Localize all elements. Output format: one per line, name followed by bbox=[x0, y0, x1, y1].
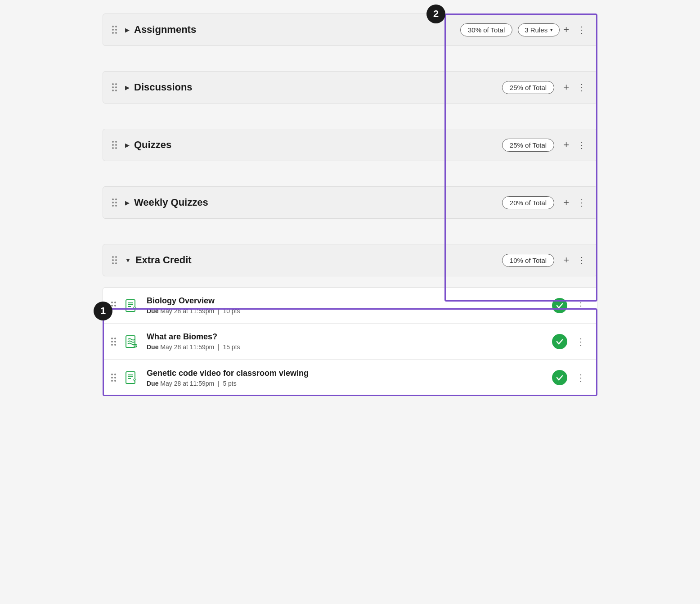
spacer-4 bbox=[103, 230, 597, 244]
category-row-quizzes: ▶ Quizzes 25% of Total + ⋮ bbox=[103, 129, 597, 161]
more-options-extra-credit[interactable]: ⋮ bbox=[574, 252, 590, 268]
rules-chevron: ▾ bbox=[550, 27, 553, 33]
assign-title-biology[interactable]: Biology Overview bbox=[147, 296, 552, 306]
more-options-biology[interactable]: ⋮ bbox=[573, 297, 589, 314]
assign-meta-genetic: Due May 28 at 11:59pm | 5 pts bbox=[147, 380, 552, 387]
add-extra-credit-button[interactable]: + bbox=[560, 252, 573, 269]
assign-title-genetic[interactable]: Genetic code video for classroom viewing bbox=[147, 369, 552, 378]
more-options-assignments[interactable]: ⋮ bbox=[574, 22, 590, 38]
assign-info-biology: Biology Overview Due May 28 at 11:59pm |… bbox=[147, 296, 552, 315]
category-name-discussions: Discussions bbox=[134, 81, 502, 93]
more-options-genetic[interactable]: ⋮ bbox=[573, 370, 589, 386]
add-assignment-button[interactable]: + bbox=[560, 21, 573, 38]
badge-1: 1 bbox=[94, 302, 112, 320]
assignment-icon-genetic bbox=[123, 370, 139, 386]
add-discussion-button[interactable]: + bbox=[560, 79, 573, 96]
check-genetic bbox=[552, 370, 567, 385]
percentage-extra-credit: 10% of Total bbox=[502, 254, 554, 267]
assign-info-genetic: Genetic code video for classroom viewing… bbox=[147, 369, 552, 387]
drag-handle-extra-credit[interactable] bbox=[110, 254, 119, 266]
expand-weekly-quizzes[interactable]: ▶ bbox=[125, 199, 130, 206]
assignment-item-biology-overview: Biology Overview Due May 28 at 11:59pm |… bbox=[103, 288, 597, 324]
assignment-item-biomes: What are Biomes? Due May 28 at 11:59pm |… bbox=[103, 324, 597, 360]
expand-assignments[interactable]: ▶ bbox=[125, 27, 130, 33]
spacer-2 bbox=[103, 114, 597, 129]
check-biomes bbox=[552, 334, 567, 349]
expand-discussions[interactable]: ▶ bbox=[125, 84, 130, 91]
badge-2: 2 bbox=[426, 5, 445, 23]
main-container: 2 1 ▶ Assignments 30% of Total 3 Rules ▾… bbox=[103, 14, 597, 396]
expand-quizzes[interactable]: ▶ bbox=[125, 142, 130, 149]
assign-meta-biomes: Due May 28 at 11:59pm | 15 pts bbox=[147, 343, 552, 351]
category-name-weekly-quizzes: Weekly Quizzes bbox=[134, 197, 502, 208]
drag-handle-weekly-quizzes[interactable] bbox=[110, 197, 119, 208]
percentage-discussions: 25% of Total bbox=[502, 81, 554, 94]
add-weekly-quiz-button[interactable]: + bbox=[560, 194, 573, 211]
assignment-item-genetic-code: Genetic code video for classroom viewing… bbox=[103, 360, 597, 396]
more-options-biomes[interactable]: ⋮ bbox=[573, 334, 589, 350]
assignment-items-section: Biology Overview Due May 28 at 11:59pm |… bbox=[103, 287, 597, 396]
spacer-3 bbox=[103, 172, 597, 186]
category-name-assignments: Assignments bbox=[134, 24, 460, 36]
percentage-assignments: 30% of Total bbox=[460, 23, 512, 36]
more-options-weekly-quizzes[interactable]: ⋮ bbox=[574, 194, 590, 211]
category-name-extra-credit: Extra Credit bbox=[135, 254, 502, 266]
svg-rect-0 bbox=[126, 300, 135, 311]
drag-handle-genetic-code[interactable] bbox=[111, 374, 116, 382]
drag-handle-quizzes[interactable] bbox=[110, 139, 119, 151]
drag-handle-discussions[interactable] bbox=[110, 81, 119, 93]
assign-info-biomes: What are Biomes? Due May 28 at 11:59pm |… bbox=[147, 332, 552, 351]
drag-handle-assignments[interactable] bbox=[110, 24, 119, 36]
svg-rect-4 bbox=[126, 336, 135, 347]
assign-meta-biology: Due May 28 at 11:59pm | 10 pts bbox=[147, 307, 552, 315]
check-biology bbox=[552, 298, 567, 313]
add-quiz-button[interactable]: + bbox=[560, 136, 573, 153]
assignment-icon-biology bbox=[123, 297, 139, 314]
assign-title-biomes[interactable]: What are Biomes? bbox=[147, 332, 552, 342]
expand-extra-credit[interactable]: ▼ bbox=[125, 257, 131, 264]
category-row-discussions: ▶ Discussions 25% of Total + ⋮ bbox=[103, 71, 597, 104]
drag-handle-biomes[interactable] bbox=[111, 338, 116, 346]
category-name-quizzes: Quizzes bbox=[134, 139, 502, 151]
rules-button-assignments[interactable]: 3 Rules ▾ bbox=[518, 23, 560, 36]
percentage-weekly-quizzes: 20% of Total bbox=[502, 196, 554, 209]
percentage-quizzes: 25% of Total bbox=[502, 139, 554, 152]
more-options-quizzes[interactable]: ⋮ bbox=[574, 137, 590, 153]
category-row-assignments: ▶ Assignments 30% of Total 3 Rules ▾ + ⋮ bbox=[103, 14, 597, 46]
spacer-1 bbox=[103, 57, 597, 71]
assignment-icon-biomes bbox=[123, 334, 139, 350]
category-row-weekly-quizzes: ▶ Weekly Quizzes 20% of Total + ⋮ bbox=[103, 186, 597, 219]
more-options-discussions[interactable]: ⋮ bbox=[574, 79, 590, 95]
svg-rect-6 bbox=[126, 372, 135, 383]
category-row-extra-credit: ▼ Extra Credit 10% of Total + ⋮ bbox=[103, 244, 597, 276]
